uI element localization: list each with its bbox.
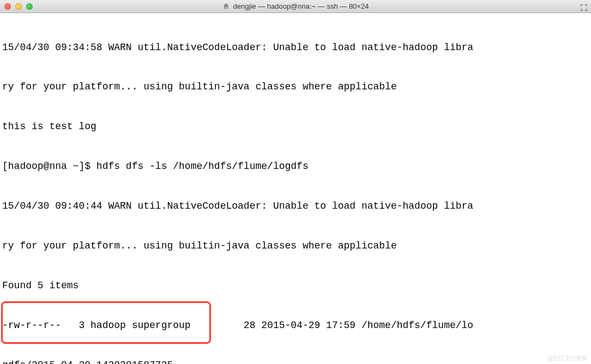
traffic-lights (4, 3, 33, 10)
terminal-line: -rw-r--r-- 3 hadoop supergroup 28 2015-0… (2, 319, 589, 332)
zoom-window-button[interactable] (26, 3, 33, 10)
home-icon (222, 2, 230, 10)
terminal-line: ry for your platform... using builtin-ja… (2, 239, 589, 252)
window-title: dengjie — hadoop@nna:~ — ssh — 80×24 (222, 2, 369, 11)
terminal-output[interactable]: 15/04/30 09:34:58 WARN util.NativeCodeLo… (0, 13, 591, 364)
terminal-line: ry for your platform... using builtin-ja… (2, 80, 589, 93)
terminal-line: this is test log (2, 120, 589, 133)
terminal-line: 15/04/30 09:34:58 WARN util.NativeCodeLo… (2, 41, 589, 54)
minimize-window-button[interactable] (15, 3, 22, 10)
terminal-line: gdfs/2015-04-29.1430301587725 (2, 359, 589, 364)
window-titlebar: dengjie — hadoop@nna:~ — ssh — 80×24 (0, 0, 591, 13)
close-window-button[interactable] (4, 3, 11, 10)
expand-icon[interactable] (580, 2, 588, 10)
window-title-text: dengjie — hadoop@nna:~ — ssh — 80×24 (233, 2, 369, 11)
terminal-line: 15/04/30 09:40:44 WARN util.NativeCodeLo… (2, 199, 589, 213)
terminal-line: Found 5 items (2, 279, 589, 292)
terminal-line: [hadoop@nna ~]$ hdfs dfs -ls /home/hdfs/… (2, 160, 589, 173)
